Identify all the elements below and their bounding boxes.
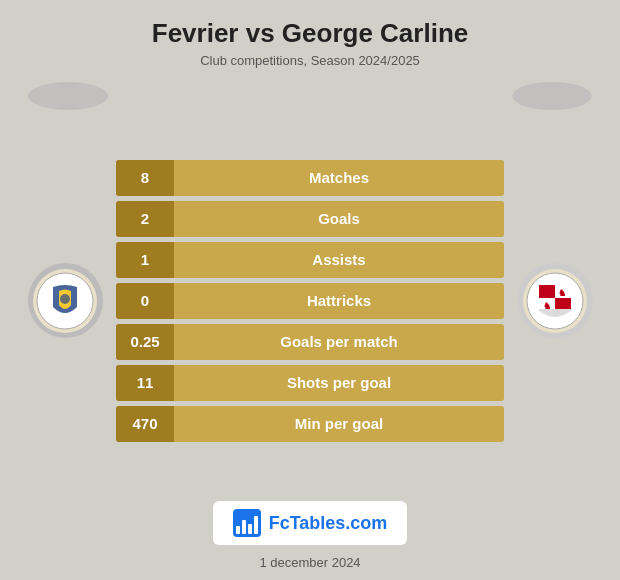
footer-date: 1 december 2024 (259, 555, 360, 570)
stats-column: 8Matches2Goals1Assists0Hattricks0.25Goal… (110, 160, 510, 442)
bar-chart-icon (236, 516, 258, 534)
stat-value: 11 (116, 365, 174, 401)
fc-text: Fc (269, 513, 290, 533)
stat-label: Goals per match (174, 333, 504, 350)
logo-left (20, 263, 110, 338)
content-row: 8Matches2Goals1Assists0Hattricks0.25Goal… (20, 112, 600, 489)
fctables-icon (233, 509, 261, 537)
svg-text:♞: ♞ (558, 301, 566, 311)
stat-label: Shots per goal (174, 374, 504, 391)
stat-label: Matches (174, 169, 504, 186)
stat-row: 8Matches (116, 160, 504, 196)
stat-row: 2Goals (116, 201, 504, 237)
stat-value: 0.25 (116, 324, 174, 360)
card: Fevrier vs George Carline Club competiti… (0, 0, 620, 580)
stat-label: Assists (174, 251, 504, 268)
top-ellipse-left (28, 82, 108, 110)
bar2 (242, 520, 246, 534)
team-logo-right: ♞ ♞ ♞ ♞ (518, 263, 593, 338)
stat-label: Hattricks (174, 292, 504, 309)
stat-value: 0 (116, 283, 174, 319)
bar1 (236, 526, 240, 534)
top-ellipses-row (20, 82, 600, 110)
svg-text:♞: ♞ (543, 301, 551, 311)
top-ellipse-right (512, 82, 592, 110)
svg-text:♞: ♞ (543, 288, 551, 298)
match-title: Fevrier vs George Carline (152, 18, 468, 49)
stat-label: Goals (174, 210, 504, 227)
stat-row: 0.25Goals per match (116, 324, 504, 360)
team-logo-left (28, 263, 103, 338)
tables-text: Tables.com (290, 513, 388, 533)
svg-text:♞: ♞ (558, 288, 566, 298)
stat-value: 2 (116, 201, 174, 237)
bar4 (254, 516, 258, 534)
stat-row: 11Shots per goal (116, 365, 504, 401)
logo-right: ♞ ♞ ♞ ♞ (510, 263, 600, 338)
fctables-text: FcTables.com (269, 513, 388, 534)
stat-value: 1 (116, 242, 174, 278)
svg-point-2 (60, 294, 70, 304)
fctables-banner: FcTables.com (213, 501, 408, 545)
left-logo-svg (31, 267, 99, 335)
stat-value: 8 (116, 160, 174, 196)
right-logo-svg: ♞ ♞ ♞ ♞ (521, 267, 589, 335)
stat-row: 470Min per goal (116, 406, 504, 442)
stat-row: 0Hattricks (116, 283, 504, 319)
match-subtitle: Club competitions, Season 2024/2025 (200, 53, 420, 68)
stat-row: 1Assists (116, 242, 504, 278)
stat-label: Min per goal (174, 415, 504, 432)
stat-value: 470 (116, 406, 174, 442)
bar3 (248, 524, 252, 534)
